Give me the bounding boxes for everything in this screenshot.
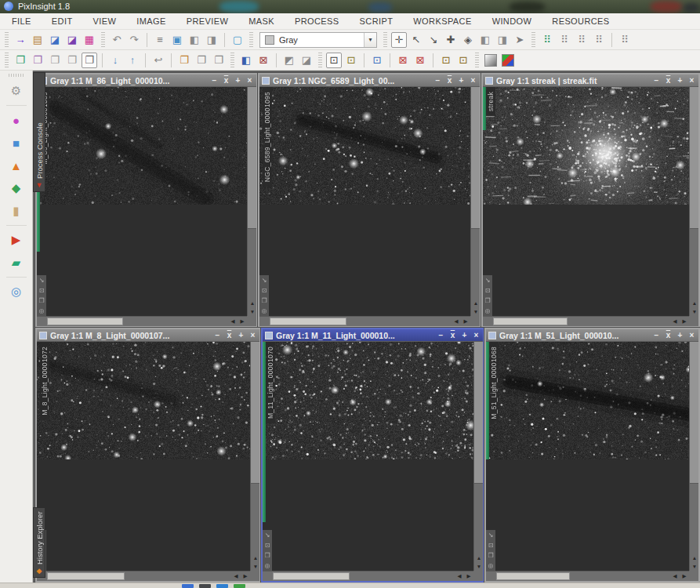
toolbar-handle[interactable] [249, 32, 253, 48]
readout-icon[interactable]: ◎ [37, 306, 46, 316]
mask-enable-icon[interactable]: ◧ [238, 53, 254, 68]
cube-tool-icon[interactable]: ◆ [8, 180, 25, 197]
hscroll-track[interactable] [46, 572, 231, 581]
starfield-image[interactable] [259, 87, 480, 205]
scroll-down-button[interactable]: ▼ [248, 307, 256, 316]
toolbar-handle[interactable] [5, 53, 9, 68]
menu-image[interactable]: IMAGE [126, 16, 176, 26]
shade-button[interactable]: x [222, 76, 230, 85]
vertical-scrollbar[interactable]: ▲ ▼ [689, 87, 698, 316]
hscroll-thumb[interactable] [47, 318, 123, 325]
scroll-down-button[interactable]: ▼ [690, 307, 698, 316]
rgb-swatch[interactable] [502, 54, 514, 67]
readout-icon[interactable]: ◎ [483, 306, 492, 316]
menu-view[interactable]: VIEW [83, 16, 127, 26]
stf-reset-icon[interactable]: ⊠ [395, 53, 411, 68]
workspace-3-icon[interactable]: ⠿ [574, 32, 589, 48]
new-screen-window-icon[interactable]: ▢ [230, 32, 245, 48]
starfield-image[interactable] [37, 342, 259, 459]
close-button[interactable]: × [469, 76, 477, 85]
duplicate-view-icon[interactable]: ❐ [263, 550, 272, 561]
save-as-icon[interactable]: ❐ [194, 53, 209, 68]
menu-edit[interactable]: EDIT [42, 16, 83, 26]
taskbar-app-3[interactable] [216, 584, 228, 588]
flip-vertical-icon[interactable]: ◨ [495, 32, 510, 48]
image-view[interactable]: NGC_6589_Light_00001095 ↘⊡❐◎ ▲ ▼ ◀ ▶ [259, 87, 480, 326]
scroll-left-button[interactable]: ◀ [455, 572, 464, 581]
scroll-down-button[interactable]: ▼ [474, 562, 483, 571]
window-titlebar[interactable]: Gray 1:1 M_8_Light_0000107... − x + × [37, 329, 259, 342]
menu-process[interactable]: PROCESS [285, 16, 350, 26]
scroll-up-button[interactable]: ▲ [690, 299, 698, 307]
scroll-left-button[interactable]: ◀ [228, 317, 238, 326]
zoom-to-optimal-icon[interactable]: ↘ [426, 32, 441, 48]
vscroll-thumb[interactable] [471, 87, 480, 229]
workspace-5-icon[interactable]: ⠿ [617, 32, 633, 48]
iconize-all-icon[interactable]: ↓ [107, 53, 123, 68]
menu-preview[interactable]: PREVIEW [176, 16, 239, 26]
dropdown-arrow-icon[interactable]: ▾ [364, 33, 376, 47]
scroll-up-button[interactable]: ▲ [248, 299, 256, 307]
hscroll-thumb[interactable] [273, 572, 350, 580]
hscroll-track[interactable] [492, 317, 670, 326]
image-view[interactable]: M_51_Light_00001068 ↘⊡❐◎ ▲ ▼ ◀ ▶ [486, 342, 698, 581]
history-explorer-tab[interactable]: History Explorer ◆ [33, 507, 45, 578]
scroll-left-button[interactable]: ◀ [452, 317, 461, 326]
shade-button[interactable]: x [448, 331, 457, 339]
window-titlebar[interactable]: Gray 1:1 NGC_6589_Light_00... − x + × [259, 74, 480, 87]
iconize-button[interactable]: − [437, 331, 445, 339]
duplicate-view-icon[interactable]: ❐ [37, 296, 46, 306]
toolbar-handle[interactable] [383, 32, 387, 48]
duplicate-view-icon[interactable]: ❐ [483, 296, 492, 306]
new-preview-icon[interactable]: ⊡ [259, 285, 269, 296]
stf-disable-icon[interactable]: ⊠ [412, 53, 428, 68]
vertical-scrollbar[interactable]: ▲ ▼ [247, 87, 256, 316]
image-window[interactable]: Gray 1:1 NGC_6589_Light_00... − x + × NG… [258, 73, 481, 328]
hscroll-track[interactable] [46, 317, 228, 326]
deiconize-all-icon[interactable]: ↑ [125, 53, 140, 68]
stf-auto-stretch-icon[interactable]: ⊡ [343, 53, 359, 68]
menu-mask[interactable]: MASK [238, 16, 285, 26]
stf-boost-icon[interactable]: ⊡ [438, 53, 454, 68]
flip-horizontal-icon[interactable]: ◧ [477, 32, 493, 48]
taskbar-app-2[interactable] [199, 584, 211, 588]
resize-corner-icon[interactable]: ↘ [259, 275, 269, 285]
stf-default-icon[interactable]: ⊡ [326, 53, 342, 68]
close-button[interactable]: × [248, 331, 257, 339]
iconize-button[interactable]: − [652, 331, 661, 339]
image-window[interactable]: Gray 1:1 M_8_Light_0000107... − x + × M_… [35, 328, 261, 583]
shade-button[interactable]: x [664, 76, 673, 85]
zoom-image-icon[interactable]: ❐ [82, 53, 97, 68]
menu-script[interactable]: SCRIPT [350, 16, 404, 26]
new-image-icon[interactable]: ❐ [13, 53, 28, 68]
mask-invert-icon[interactable]: ◪ [299, 53, 314, 68]
zoom-button[interactable]: + [460, 331, 469, 339]
hscroll-thumb[interactable] [270, 318, 346, 325]
readout-mode-icon[interactable]: ✛ [391, 32, 407, 48]
set-identifier-icon[interactable]: ≡ [152, 32, 168, 48]
vertical-scrollbar[interactable]: ▲ ▼ [689, 342, 698, 571]
center-image-icon[interactable]: ◈ [460, 32, 476, 48]
starfield-image[interactable] [263, 342, 483, 459]
scroll-right-button[interactable]: ▶ [461, 317, 470, 326]
horizontal-scrollbar[interactable]: ◀ ▶ [263, 571, 473, 581]
menu-resources[interactable]: RESOURCES [542, 16, 619, 26]
horizontal-scrollbar[interactable]: ◀ ▶ [37, 571, 250, 581]
scroll-right-button[interactable]: ▶ [238, 317, 247, 326]
hscroll-thumb[interactable] [493, 318, 568, 325]
horizontal-scrollbar[interactable]: ◀ ▶ [486, 571, 689, 581]
menu-window[interactable]: WINDOW [482, 16, 542, 26]
scroll-down-button[interactable]: ▼ [251, 562, 259, 571]
image-view[interactable]: M_8_Light_00001072 ↘⊡❐◎ ▲ ▼ ◀ ▶ [37, 342, 259, 581]
split-left-icon[interactable]: ◧ [187, 32, 202, 48]
new-preview-icon[interactable]: ⊡ [37, 285, 46, 296]
toolbar-handle[interactable] [101, 32, 105, 48]
image-window-alt-icon[interactable]: ◪ [64, 32, 80, 48]
window-titlebar[interactable]: Gray 1:1 M_51_Light_000010... − x + × [486, 329, 698, 342]
resize-corner-icon[interactable]: ↘ [263, 530, 272, 540]
resize-corner-icon[interactable]: ↘ [483, 275, 492, 285]
image-window[interactable]: Gray 1:1 M_51_Light_000010... − x + × M_… [484, 328, 700, 583]
menu-workspace[interactable]: WORKSPACE [403, 16, 481, 26]
grayscale-swatch[interactable] [484, 54, 497, 67]
resize-corner-icon[interactable]: ↘ [37, 275, 46, 285]
